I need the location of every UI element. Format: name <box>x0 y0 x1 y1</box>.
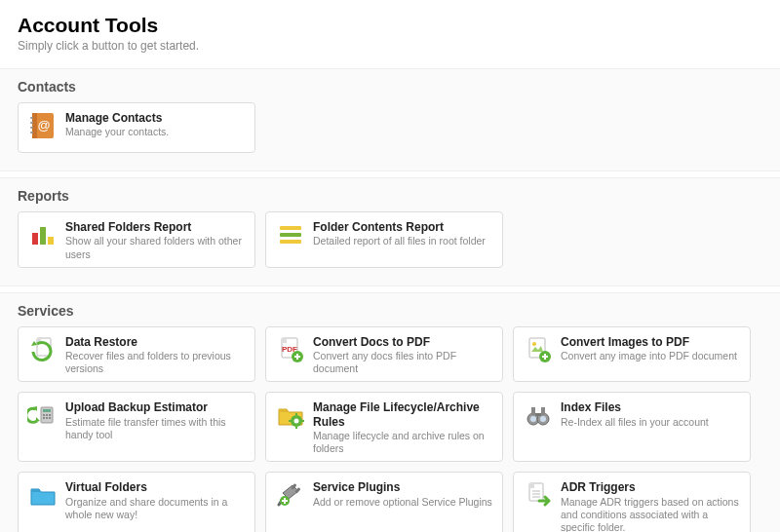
svg-rect-5 <box>30 132 33 133</box>
page-header: Account Tools Simply click a button to g… <box>0 0 780 62</box>
plugin-icon <box>274 478 307 512</box>
index-files-button[interactable]: Index Files Re-Index all files in your a… <box>513 392 751 462</box>
shared-folders-report-button[interactable]: Shared Folders Report Show all your shar… <box>18 211 255 268</box>
card-title: ADR Triggers <box>561 480 742 494</box>
svg-rect-2 <box>30 117 33 119</box>
svg-rect-21 <box>43 409 51 412</box>
svg-rect-12 <box>280 240 301 244</box>
card-desc: Show all your shared folders with other … <box>65 235 247 260</box>
binoculars-icon <box>522 399 555 432</box>
svg-point-37 <box>540 416 546 422</box>
svg-rect-27 <box>49 417 51 419</box>
svg-rect-9 <box>48 237 54 245</box>
folder-contents-report-button[interactable]: Folder Contents Report Detailed report o… <box>265 211 503 268</box>
trigger-icon <box>522 478 555 512</box>
card-title: Service Plugins <box>313 480 492 494</box>
card-title: Upload Backup Estimator <box>65 400 247 414</box>
card-desc: Manage ADR triggers based on actions and… <box>561 496 742 532</box>
svg-rect-26 <box>46 417 48 419</box>
manage-contacts-button[interactable]: @ Manage Contacts Manage your contacts. <box>18 102 255 153</box>
page-title: Account Tools <box>18 14 762 37</box>
card-title: Virtual Folders <box>65 480 247 494</box>
contacts-icon: @ <box>26 109 59 142</box>
svg-rect-11 <box>280 233 301 237</box>
svg-rect-23 <box>46 414 48 416</box>
svg-rect-10 <box>280 226 301 230</box>
page-subtitle: Simply click a button to get started. <box>18 39 762 53</box>
virtual-folder-icon <box>26 478 59 512</box>
svg-rect-8 <box>40 227 46 245</box>
card-desc: Re-Index all files in your account <box>561 416 709 429</box>
card-title: Shared Folders Report <box>65 220 247 234</box>
svg-rect-40 <box>535 413 541 416</box>
image-pdf-icon <box>522 333 555 366</box>
section-title-services: Services <box>18 303 762 319</box>
svg-text:@: @ <box>37 118 50 133</box>
card-desc: Convert any docs files into PDF document <box>313 350 494 375</box>
restore-icon <box>26 333 59 366</box>
svg-rect-7 <box>32 233 38 245</box>
svg-rect-3 <box>30 122 33 124</box>
card-desc: Manage lifecycle and archive rules on fo… <box>313 430 494 455</box>
card-desc: Convert any image into PDF document <box>561 350 737 362</box>
card-title: Manage File Lifecycle/Archive Rules <box>313 400 494 429</box>
estimator-icon <box>26 399 59 432</box>
lifecycle-rules-button[interactable]: Manage File Lifecycle/Archive Rules Mana… <box>265 392 503 462</box>
card-title: Folder Contents Report <box>313 220 486 234</box>
svg-rect-24 <box>49 414 51 416</box>
section-reports: Reports Shared Folders Report Show all y… <box>0 177 780 286</box>
svg-point-18 <box>532 342 536 346</box>
card-desc: Detailed report of all files in root fol… <box>313 235 486 247</box>
convert-images-pdf-button[interactable]: Convert Images to PDF Convert any image … <box>513 326 751 383</box>
list-report-icon <box>274 218 307 251</box>
svg-rect-22 <box>43 414 45 416</box>
svg-point-29 <box>294 419 299 424</box>
svg-point-36 <box>530 416 536 422</box>
doc-pdf-icon: PDF <box>274 333 307 366</box>
card-title: Convert Images to PDF <box>561 335 737 349</box>
svg-rect-39 <box>541 407 545 415</box>
data-restore-button[interactable]: Data Restore Recover files and folders t… <box>18 326 255 383</box>
svg-rect-38 <box>531 407 535 415</box>
card-desc: Add or remove optional Service Plugins <box>313 496 492 509</box>
card-title: Convert Docs to PDF <box>313 335 494 349</box>
section-title-reports: Reports <box>18 188 762 204</box>
convert-docs-pdf-button[interactable]: PDF Convert Docs to PDF Convert any docs… <box>265 326 503 383</box>
folder-gear-icon <box>274 399 307 432</box>
section-services: Services Data Restore Recover files and … <box>0 292 780 532</box>
card-desc: Estimate file transfer times with this h… <box>65 416 247 441</box>
card-desc: Recover files and folders to previous ve… <box>65 350 247 375</box>
virtual-folders-button[interactable]: Virtual Folders Organize and share docum… <box>18 472 255 532</box>
card-title: Data Restore <box>65 335 247 349</box>
card-title: Index Files <box>561 400 709 414</box>
section-title-contacts: Contacts <box>18 79 762 95</box>
svg-rect-4 <box>30 127 33 129</box>
card-desc: Manage your contacts. <box>65 126 169 138</box>
card-desc: Organize and share documents in a whole … <box>65 496 247 521</box>
upload-estimator-button[interactable]: Upload Backup Estimator Estimate file tr… <box>18 392 255 462</box>
adr-triggers-button[interactable]: ADR Triggers Manage ADR triggers based o… <box>513 472 751 532</box>
svg-rect-1 <box>32 113 37 138</box>
svg-rect-25 <box>43 417 45 419</box>
section-contacts: Contacts @ Manage Contacts Manage your c… <box>0 68 780 171</box>
service-plugins-button[interactable]: Service Plugins Add or remove optional S… <box>265 472 503 532</box>
bar-chart-icon <box>26 218 59 251</box>
card-title: Manage Contacts <box>65 111 169 125</box>
